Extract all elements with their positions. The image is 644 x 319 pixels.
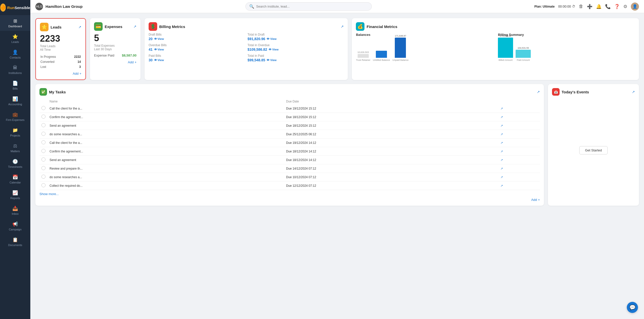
settings-icon[interactable]: ⚙ (623, 4, 627, 9)
draft-dollar-view-link[interactable]: 👁 View (267, 37, 277, 40)
tasks-add-button[interactable]: Add + (531, 198, 540, 202)
task-check[interactable] (41, 183, 45, 187)
sidebar-item-matters[interactable]: ⚖Matters (0, 140, 30, 156)
billing-ext-link[interactable]: ↗ (341, 24, 344, 29)
task-check[interactable] (41, 123, 45, 127)
timesheets-icon: 🕐 (12, 159, 18, 164)
sidebar-item-documents[interactable]: 📋Documents (0, 234, 30, 250)
in-progress-value: 2222 (69, 55, 81, 59)
task-check[interactable] (41, 157, 45, 162)
leads-number: 2233 (40, 33, 81, 44)
financial-title-row: 💰 Financial Metrics (356, 22, 397, 31)
task-name: Confirm the agreement... (48, 147, 284, 156)
task-ext-link[interactable]: ↗ (500, 132, 503, 136)
task-check[interactable] (41, 149, 45, 153)
org-icon: HLG (35, 3, 43, 10)
reports-icon: 📈 (12, 190, 18, 196)
paid-dollar-view-link[interactable]: 👁 View (267, 59, 277, 62)
leads-widget: ⭐ Leads ↗ 2233 Total Leads All Time In P… (35, 18, 86, 80)
task-ext-link[interactable]: ↗ (500, 141, 503, 145)
billing-header: 💲 Billing Metrics ↗ (149, 22, 344, 31)
total-draft-label: Total in Draft (247, 33, 344, 36)
show-more-link[interactable]: Show more... (39, 192, 540, 196)
search-icon: 🔍 (249, 4, 254, 9)
sidebar-item-inbox[interactable]: 📥Inbox (0, 203, 30, 218)
converted-label: Converted (40, 60, 68, 64)
overdue-view-link[interactable]: 👁 View (154, 48, 164, 51)
phone-icon[interactable]: 📞 (605, 4, 611, 9)
sidebar-item-bills[interactable]: 📄Bills (0, 77, 30, 93)
events-icon: 📅 (552, 88, 560, 96)
overdue-dollar-view-link[interactable]: 👁 View (269, 48, 279, 51)
task-ext-link[interactable]: ↗ (500, 158, 503, 162)
total-paid-value: $99,548.85 👁 View (247, 58, 344, 62)
task-check[interactable] (41, 175, 45, 179)
sidebar-item-accounting[interactable]: 📊Accounting (0, 93, 30, 109)
draft-view-link[interactable]: 👁 View (154, 37, 164, 40)
sidebar-item-contacts[interactable]: 👤Contacts (0, 46, 30, 62)
task-check[interactable] (41, 106, 45, 110)
table-row: Send an agreement Due 18/12/2024 14:12 ↗ (39, 156, 540, 164)
task-ext-link[interactable]: ↗ (500, 150, 503, 153)
sidebar-label-accounting: Accounting (8, 103, 22, 106)
task-ext-link[interactable]: ↗ (500, 175, 503, 179)
leads-add-button[interactable]: Add + (73, 72, 81, 75)
task-ext-link[interactable]: ↗ (500, 124, 503, 127)
task-ext-link[interactable]: ↗ (500, 167, 503, 170)
task-name: Call the client for the a... (48, 139, 284, 147)
sidebar-item-dashboard[interactable]: ⊞Dashboard (0, 15, 30, 31)
logo-icon: 🔶 (0, 4, 6, 12)
task-check[interactable] (41, 140, 45, 144)
sidebar-item-reports[interactable]: 📈Reports (0, 187, 30, 203)
table-row: Confirm the agreement... Due 18/12/2024 … (39, 113, 540, 121)
task-check[interactable] (41, 132, 45, 136)
expenses-ext-link[interactable]: ↗ (133, 24, 136, 29)
campaign-icon: 📢 (12, 221, 18, 227)
sidebar-item-campaign[interactable]: 📢Campaign (0, 218, 30, 234)
avatar[interactable]: 👤 (631, 3, 639, 11)
search-bar[interactable]: 🔍 (245, 2, 372, 11)
expenses-add-button[interactable]: Add + (128, 60, 136, 64)
expenses-number: 5 (94, 33, 136, 43)
balance-bar-trust (358, 54, 369, 58)
task-due: Due 18/12/2024 15:12 (284, 113, 498, 121)
task-check[interactable] (41, 166, 45, 170)
expense-paid-label: Expense Paid (94, 54, 114, 57)
task-name: do some researches a... (48, 173, 284, 181)
events-body: Get Started (552, 99, 635, 202)
task-ext-link[interactable]: ↗ (500, 107, 503, 110)
documents-icon: 📋 (12, 237, 18, 243)
bell-icon[interactable]: 🔔 (596, 4, 602, 9)
sidebar-item-calendar[interactable]: 📅Calendar (0, 171, 30, 187)
expense-paid-row: Expense Paid $8,587.00 (94, 54, 136, 57)
task-due: Due 25/12/2025 06:12 (284, 130, 498, 139)
search-input[interactable] (256, 5, 368, 8)
chat-bubble[interactable]: 💬 (627, 302, 638, 313)
task-name: Collect the required do... (48, 181, 284, 190)
sidebar-label-bills: Bills (13, 87, 18, 90)
task-due: Due 18/12/2024 15:12 (284, 121, 498, 130)
task-due: Due 12/12/2024 07:12 (284, 181, 498, 190)
financial-inner: Balances 10,626.503 Trust Retainer Unbil… (356, 33, 635, 66)
paid-bills-value: 30 👁 View (149, 58, 245, 62)
leads-add-row: Add + (40, 72, 81, 75)
task-ext-link[interactable]: ↗ (500, 184, 503, 188)
get-started-button[interactable]: Get Started (579, 146, 608, 154)
events-ext-link[interactable]: ↗ (632, 90, 635, 94)
task-ext-link[interactable]: ↗ (500, 115, 503, 119)
task-check[interactable] (41, 115, 45, 119)
tasks-ext-link[interactable]: ↗ (537, 90, 540, 94)
leads-ext-link[interactable]: ↗ (78, 25, 81, 29)
expenses-subtitle: Total Expenses Last 30 Days (94, 44, 136, 51)
tasks-icon: ✅ (39, 88, 47, 96)
add-icon[interactable]: ➕ (587, 4, 592, 9)
sidebar-item-firm-expenses[interactable]: 💼Firm Expenses (0, 109, 30, 124)
sidebar-item-timesheets[interactable]: 🕐Timesheets (0, 156, 30, 171)
tasks-table: Name Due Date Call the client for the a.… (39, 99, 540, 190)
trash-icon[interactable]: 🗑 (579, 4, 583, 9)
paid-view-link[interactable]: 👁 View (154, 59, 164, 62)
sidebar-item-institutions[interactable]: 🏛Institutions (0, 62, 30, 77)
sidebar-item-leads[interactable]: ⭐Leads (0, 31, 30, 46)
sidebar-item-projects[interactable]: 📁Projects (0, 124, 30, 140)
help-icon[interactable]: ❓ (614, 4, 620, 9)
